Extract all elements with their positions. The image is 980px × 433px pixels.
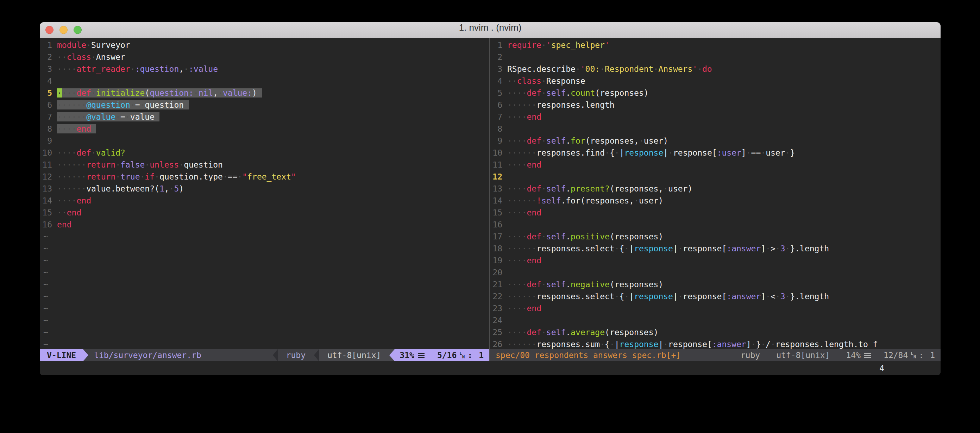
empty-buffer-row: ~ — [40, 231, 489, 242]
powerline-separator-icon — [273, 349, 278, 361]
code-row: 4··class·Response — [490, 75, 940, 87]
tilde-marker: ~ — [40, 231, 48, 242]
empty-buffer-row: ~ — [40, 314, 489, 326]
visual-selection: ······@value·=·value — [57, 112, 159, 121]
line-number-icon: LN — [460, 352, 465, 359]
code-line: ··end — [57, 207, 81, 219]
line-number: 12 — [40, 171, 57, 183]
code-row: 12 — [490, 171, 940, 183]
code-row: 7····end — [490, 111, 940, 123]
line-number: 14 — [490, 195, 507, 207]
tilde-marker: ~ — [40, 326, 48, 338]
line-number: 21 — [490, 279, 507, 290]
code-line: ····end — [507, 207, 541, 219]
code-row: 23····end — [490, 302, 940, 314]
tilde-marker: ~ — [40, 314, 48, 326]
line-number: 8 — [490, 123, 507, 135]
code-line: ····def·self.present?(responses,·user) — [507, 183, 692, 195]
line-number-icon: LN — [911, 352, 916, 359]
line-number: 3 — [40, 63, 57, 75]
mode-indicator: V-LINE — [40, 349, 83, 361]
line-number: 13 — [40, 183, 57, 195]
ruler-segment: 31% 5/16 LN : 1 — [395, 349, 489, 361]
code-line: ······responses.length — [507, 99, 615, 111]
cursor-position: 12/84 — [883, 351, 908, 360]
line-number: 9 — [40, 135, 57, 147]
line-number: 9 — [490, 135, 507, 147]
empty-buffer-row: ~ — [40, 302, 489, 314]
cursor-position: 5/16 — [437, 351, 457, 360]
tilde-marker: ~ — [40, 290, 48, 302]
line-number: 2 — [40, 51, 57, 63]
line-number: 7 — [490, 111, 507, 123]
line-number: 23 — [490, 302, 507, 314]
line-number: 5 — [40, 87, 57, 99]
line-number: 5 — [490, 87, 507, 99]
code-row: 12······return·true·if·question.type·==·… — [40, 171, 489, 183]
code-row: 11····end — [490, 159, 940, 171]
line-number: 22 — [490, 290, 507, 302]
code-line: ····def·initialize(question:·nil,·value:… — [57, 87, 262, 99]
line-number: 6 — [40, 99, 57, 111]
code-row: 22······responses.select·{·|response|·re… — [490, 290, 940, 302]
lines-icon — [864, 353, 871, 358]
code-line: ····end — [57, 123, 96, 135]
code-row: 4 — [40, 75, 489, 87]
code-row: 7······@value·=·value — [40, 111, 489, 123]
code-row: 3RSpec.describe·'00:·Respondent·Answers'… — [490, 63, 940, 75]
code-line: ····attr_reader·:question,·:value — [57, 63, 218, 75]
line-number: 10 — [40, 147, 57, 159]
code-line: ····def·self.count(responses) — [507, 87, 649, 99]
code-line: require·'spec_helper' — [507, 39, 610, 51]
line-number: 4 — [490, 75, 507, 87]
scroll-percent: 14% — [846, 351, 861, 360]
empty-buffer-row: ~ — [40, 242, 489, 255]
line-number: 20 — [490, 266, 507, 279]
code-line: RSpec.describe·'00:·Respondent·Answers'·… — [507, 63, 712, 75]
desktop: 1. nvim . (nvim) 1module·Surveyor2··clas… — [0, 0, 980, 433]
line-number: 12 — [490, 171, 507, 183]
left-statusline: V-LINE lib/surveyor/answer.rb ruby utf-8… — [40, 349, 489, 361]
line-number: 2 — [490, 51, 507, 63]
command-line[interactable]: 4 — [40, 361, 940, 375]
code-row: 14······!self.for(responses,·user) — [490, 195, 940, 207]
right-pane: 1require·'spec_helper'23RSpec.describe·'… — [490, 38, 940, 361]
empty-buffer-row: ~ — [40, 290, 489, 302]
code-row: 26······responses.sum·{·|response|·respo… — [490, 338, 940, 349]
titlebar[interactable]: 1. nvim . (nvim) — [40, 22, 940, 38]
code-line: ··class·Answer — [57, 51, 125, 63]
code-line: ······responses.sum·{·|response|·respons… — [507, 338, 878, 349]
left-code-area[interactable]: 1module·Surveyor2··class·Answer3····attr… — [40, 38, 489, 349]
file-path: spec/00_respondents_answers_spec.rb[+] — [490, 349, 741, 361]
visual-selection: ····def·initialize(question:·nil,·value:… — [57, 88, 262, 97]
code-row: 10····def·valid? — [40, 147, 489, 159]
line-number: 6 — [490, 99, 507, 111]
ruler-colon: : — [919, 351, 924, 360]
code-row: 25····def·self.average(responses) — [490, 326, 940, 338]
line-number: 15 — [490, 207, 507, 219]
code-line: ····end — [57, 195, 91, 207]
code-row: 5····def·initialize(question:·nil,·value… — [40, 87, 489, 99]
lines-icon — [418, 353, 425, 358]
code-row: 5····def·self.count(responses) — [490, 87, 940, 99]
terminal-window: 1. nvim . (nvim) 1module·Surveyor2··clas… — [40, 22, 940, 376]
encoding-indicator: utf-8[unix] — [776, 351, 830, 360]
line-number: 26 — [490, 338, 507, 349]
code-line: ····def·self.positive(responses) — [507, 231, 663, 242]
line-number: 3 — [490, 63, 507, 75]
code-row: 16 — [490, 219, 940, 231]
code-line: ······!self.for(responses,·user) — [507, 195, 663, 207]
code-line: ······return·false·unless·question — [57, 159, 223, 171]
empty-buffer-row: ~ — [40, 266, 489, 279]
code-row: 17····def·self.positive(responses) — [490, 231, 940, 242]
line-number: 4 — [40, 75, 57, 87]
visual-selection: ····end — [57, 124, 96, 134]
code-line: ····end — [507, 255, 541, 266]
line-number: 11 — [490, 159, 507, 171]
code-line: ····end — [507, 159, 541, 171]
code-line: ······@value·=·value — [57, 111, 159, 123]
split-panes: 1module·Surveyor2··class·Answer3····attr… — [40, 38, 940, 361]
right-code-area[interactable]: 1require·'spec_helper'23RSpec.describe·'… — [490, 38, 940, 349]
right-statusline-info: ruby utf-8[unix] 14% 12/84 LN : 1 — [741, 349, 940, 361]
code-line: ····end — [507, 302, 541, 314]
